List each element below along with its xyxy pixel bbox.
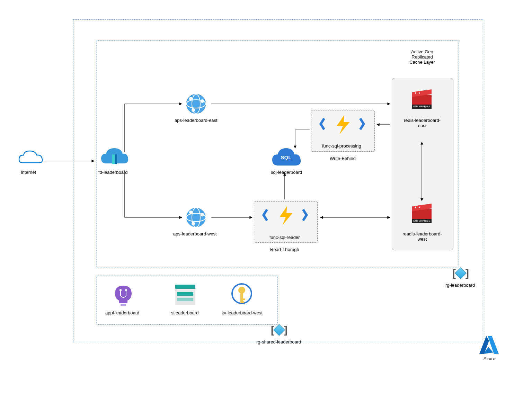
aps-west-label: aps-leaderboard-west [173, 231, 217, 236]
frontdoor-icon [101, 148, 128, 164]
func-reader-icon [264, 206, 307, 225]
appservice-west-icon [186, 208, 206, 227]
rg-shared-label: rg-shared-leaderboard [256, 339, 301, 345]
azure-logo-icon [479, 336, 499, 354]
storage-icon [175, 285, 195, 305]
svg-rect-31 [240, 301, 244, 303]
write-behind-label: Write-Behind [330, 156, 356, 161]
redis-east-icon: ENTERPRISE ✦ ✦ [412, 91, 432, 109]
rg-leaderboard-icon: [ ] [452, 267, 469, 279]
arrows-layer: SQL [0, 0, 532, 411]
sql-label: sql-leaderboard [271, 170, 302, 175]
svg-rect-30 [240, 298, 245, 300]
svg-rect-24 [175, 289, 195, 305]
svg-point-12 [189, 211, 193, 214]
svg-rect-26 [177, 298, 193, 301]
svg-point-9 [186, 208, 206, 227]
rg-shared-icon: [ ] [271, 324, 287, 336]
svg-point-7 [201, 99, 204, 103]
svg-rect-23 [175, 285, 195, 289]
rg-leaderboard-label: rg-leaderboard [445, 283, 475, 288]
svg-text:SQL: SQL [281, 154, 292, 160]
svg-point-13 [201, 213, 204, 216]
azure-label: Azure [484, 356, 495, 361]
appi-label: appi-leaderboard [105, 310, 139, 315]
svg-rect-1 [112, 154, 115, 164]
arrow-fd-apswest [125, 170, 182, 217]
read-through-label: Read-Thorugh [270, 247, 299, 252]
kv-label: kv-leaderboard-west [222, 310, 263, 315]
func-processing-label: func-sql-processing [322, 143, 361, 149]
svg-point-28 [238, 287, 245, 294]
aps-east-label: aps-leaderboard-east [175, 118, 218, 123]
arrow-fd-apseast [125, 104, 182, 152]
func-processing-icon [321, 115, 364, 134]
fd-label: fd-leaderboard [98, 170, 128, 175]
redis-west-icon: ENTERPRISE ✦ ✦ [412, 205, 432, 223]
svg-point-6 [189, 97, 193, 100]
svg-marker-17 [280, 206, 293, 225]
redis-west-label: readis-leaderboard-west [402, 231, 443, 242]
svg-point-14 [192, 222, 195, 225]
svg-point-21 [119, 289, 122, 291]
func-reader-label: func-sql-reader [269, 235, 300, 240]
svg-point-22 [125, 289, 127, 291]
storage-label: stleaderboard [171, 310, 199, 315]
internet-label: Internet [21, 170, 36, 175]
svg-marker-16 [337, 115, 350, 134]
appinsights-icon [115, 286, 132, 306]
diagram-canvas: Active Geo Replicated Cache Layer [0, 0, 532, 411]
internet-icon [19, 151, 42, 163]
svg-rect-18 [121, 304, 126, 306]
svg-point-8 [192, 108, 195, 112]
appservice-east-icon [186, 94, 206, 114]
redis-east-label: redis-leaderboard-east [403, 118, 441, 128]
sql-icon: SQL [272, 148, 301, 166]
keyvault-icon [232, 284, 251, 303]
svg-rect-25 [177, 292, 193, 296]
